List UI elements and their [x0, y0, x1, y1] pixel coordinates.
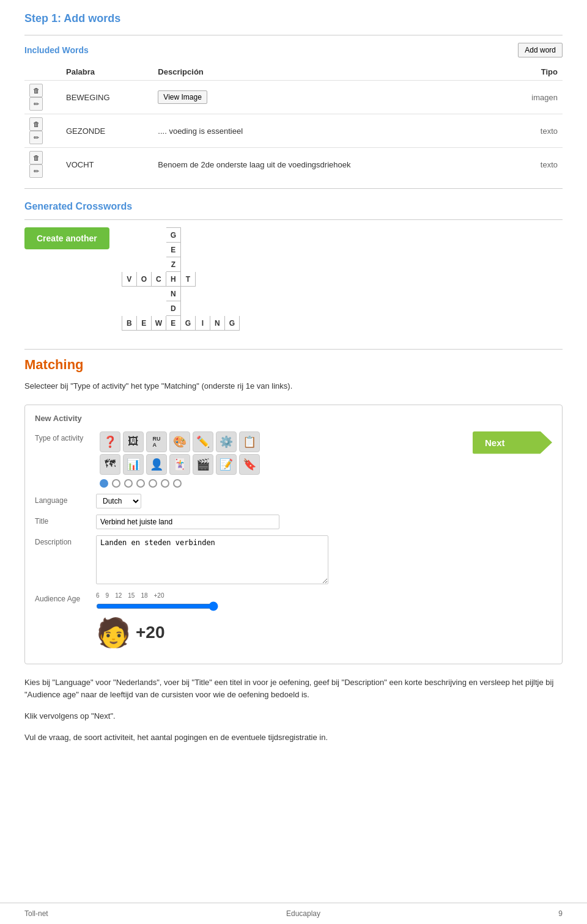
type-of-activity-label: Type of activity [35, 431, 96, 442]
grid-cell [180, 257, 195, 272]
delete-icon[interactable]: 🗑 [29, 84, 43, 97]
age-label-9: 9 [106, 592, 109, 599]
activity-icon-word[interactable]: RUA [146, 431, 167, 452]
next-button[interactable]: Next [473, 431, 552, 454]
activity-icon-person[interactable]: 👤 [146, 454, 167, 475]
activity-icon-more1[interactable]: 📝 [216, 454, 237, 475]
grid-cell: B [122, 316, 136, 331]
table-row: 🗑 ✏ VOCHT Benoem de 2de onderste laag ui… [24, 148, 563, 182]
grid-cell: N [166, 287, 180, 301]
grid-cell [224, 257, 239, 272]
page-number: 9 [558, 909, 563, 918]
age-slider[interactable] [96, 601, 218, 611]
grid-cell: T [180, 272, 195, 287]
grid-cell [210, 228, 224, 243]
title-row: Title [35, 515, 552, 529]
edit-icon[interactable]: ✏ [29, 131, 43, 144]
grid-cell [210, 243, 224, 257]
activity-icon-list[interactable]: 📋 [239, 431, 260, 452]
crossword-table: G E Z [122, 227, 240, 331]
new-activity-box: New Activity Type of activity ❓ 🖼 RUA 🎨 … [24, 405, 563, 664]
grid-cell [195, 228, 210, 243]
language-content: Dutch English [96, 494, 552, 508]
description-cell: .... voeding is essentieel [153, 114, 501, 148]
grid-cell [122, 243, 136, 257]
divider4 [24, 349, 563, 350]
radio-option[interactable] [112, 479, 120, 488]
grid-cell [224, 272, 239, 287]
table-row: 🗑 ✏ BEWEGING View Image imagen [24, 81, 563, 114]
activity-icon-image[interactable]: 🖼 [123, 431, 144, 452]
grid-cell: E [166, 316, 180, 331]
activity-icon-quiz[interactable]: ❓ [100, 431, 120, 452]
title-input[interactable] [96, 515, 279, 529]
activity-icon-more2[interactable]: 🔖 [239, 454, 260, 475]
activity-icon-video[interactable]: 🎬 [193, 454, 213, 475]
grid-cell: E [136, 316, 151, 331]
radio-selected[interactable] [100, 479, 108, 488]
grid-cell [136, 301, 151, 316]
grid-cell [151, 301, 166, 316]
description-label: Description [35, 535, 96, 546]
view-image-button[interactable]: View Image [158, 90, 207, 104]
age-label-20plus: +20 [154, 592, 164, 599]
grid-cell: G [166, 228, 180, 243]
step1-title: Step 1: Add words [24, 12, 563, 25]
description-cell: Benoem de 2de onderste laag uit de voedi… [153, 148, 501, 182]
activity-icon-color[interactable]: 🎨 [169, 431, 190, 452]
create-another-button[interactable]: Create another [24, 227, 109, 249]
grid-cell [210, 287, 224, 301]
divider1 [24, 35, 563, 35]
col-header-actions [24, 64, 61, 81]
description-textarea[interactable]: Landen en steden verbinden [96, 535, 328, 584]
activity-icon-chart[interactable]: 📊 [123, 454, 144, 475]
language-select[interactable]: Dutch English [96, 494, 141, 508]
radio-option[interactable] [124, 479, 133, 488]
age-labels: 6 9 12 15 18 +20 [96, 592, 552, 599]
words-table: Palabra Descripción Tipo 🗑 ✏ BEWEGING Vi… [24, 64, 563, 181]
tipo-cell: imagen [501, 81, 563, 114]
grid-cell [122, 301, 136, 316]
grid-cell [195, 287, 210, 301]
icons-row-1: ❓ 🖼 RUA 🎨 ✏️ ⚙️ 📋 [100, 431, 260, 452]
grid-cell [180, 228, 195, 243]
radio-row [100, 479, 260, 488]
add-word-button[interactable]: Add word [518, 43, 563, 57]
word-cell: BEWEGING [61, 81, 153, 114]
edit-icon[interactable]: ✏ [29, 97, 43, 111]
grid-cell [210, 301, 224, 316]
grid-cell [180, 243, 195, 257]
body-text-2: Klik vervolgens op "Next". [24, 710, 563, 723]
activity-icons-area: ❓ 🖼 RUA 🎨 ✏️ ⚙️ 📋 🗺 📊 👤 🃏 🎬 📝 [100, 431, 260, 488]
crossword-grid: G E Z [122, 227, 240, 331]
radio-option[interactable] [136, 479, 145, 488]
grid-cell [210, 272, 224, 287]
audience-age-row: Audience Age 6 9 12 15 18 +20 🧑 +20 [35, 592, 552, 649]
col-header-descripcion: Descripción [153, 64, 501, 81]
delete-icon[interactable]: 🗑 [29, 151, 43, 164]
grid-cell: G [180, 316, 195, 331]
grid-cell: H [166, 272, 180, 287]
audience-age-label: Audience Age [35, 592, 96, 603]
activity-icon-map[interactable]: 🗺 [100, 454, 120, 475]
grid-cell [136, 257, 151, 272]
activity-icon-settings[interactable]: ⚙️ [216, 431, 237, 452]
avatar: 🧑 [96, 616, 131, 649]
radio-option[interactable] [149, 479, 157, 488]
age-label-18: 18 [141, 592, 147, 599]
grid-cell [136, 287, 151, 301]
activity-icon-cards[interactable]: 🃏 [169, 454, 190, 475]
radio-option[interactable] [161, 479, 169, 488]
col-header-palabra: Palabra [61, 64, 153, 81]
grid-cell [151, 287, 166, 301]
grid-cell [180, 287, 195, 301]
activity-icon-write[interactable]: ✏️ [193, 431, 213, 452]
description-content: Landen en steden verbinden [96, 535, 552, 586]
grid-cell [136, 228, 151, 243]
grid-cell [151, 228, 166, 243]
delete-icon[interactable]: 🗑 [29, 117, 43, 131]
edit-icon[interactable]: ✏ [29, 164, 43, 178]
matching-description: Selecteer bij "Type of activity" het typ… [24, 380, 563, 392]
grid-cell: W [151, 316, 166, 331]
radio-option[interactable] [173, 479, 182, 488]
